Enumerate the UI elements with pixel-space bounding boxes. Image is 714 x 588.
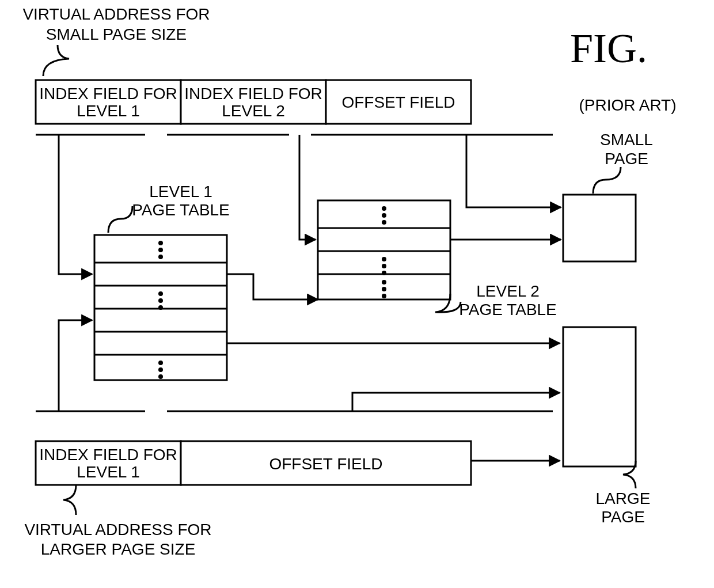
large-page-box (563, 327, 636, 466)
large-addr-offset-label: OFFSET FIELD (269, 455, 382, 473)
svg-point-20 (382, 213, 386, 218)
l2-label-line1: LEVEL 2 (476, 282, 539, 300)
arrow-largeoffset-to-largepage (352, 393, 560, 411)
svg-point-22 (382, 257, 386, 261)
arrow-l2index-to-l2table (299, 135, 316, 240)
arrow-l1index-to-l1table (59, 135, 92, 274)
svg-point-24 (382, 271, 386, 275)
bottom-title-line2: LARGER PAGE SIZE (41, 540, 196, 558)
fig-label: FIG. (570, 25, 647, 71)
small-addr-l1-line2: LEVEL 1 (77, 102, 139, 120)
top-title-line1: VIRTUAL ADDRESS FOR (22, 5, 210, 23)
bottom-title-line1: VIRTUAL ADDRESS FOR (24, 521, 211, 538)
small-addr-l2-line2: LEVEL 2 (222, 102, 284, 120)
large-page-line2: PAGE (601, 508, 645, 526)
l1-bracket (108, 206, 132, 233)
l1-label-line1: LEVEL 1 (149, 183, 212, 200)
svg-point-21 (382, 220, 386, 225)
bottom-title-bracket (63, 485, 76, 515)
svg-point-14 (158, 374, 163, 379)
svg-point-10 (158, 298, 163, 303)
svg-point-26 (382, 287, 386, 291)
svg-point-23 (382, 264, 386, 268)
svg-point-12 (158, 361, 163, 365)
svg-point-13 (158, 367, 163, 372)
small-page-line1: SMALL (600, 131, 653, 149)
svg-point-27 (382, 294, 386, 298)
small-page-box (563, 195, 636, 261)
top-title-bracket (43, 45, 69, 76)
large-addr-l1-line1: INDEX FIELD FOR (39, 446, 177, 464)
prior-art-label: (PRIOR ART) (579, 96, 676, 114)
small-addr-l1-line1: INDEX FIELD FOR (39, 85, 177, 103)
svg-point-9 (158, 291, 163, 296)
svg-point-7 (158, 248, 163, 252)
l2-label-line2: PAGE TABLE (459, 301, 557, 318)
arrow-offset-to-smallpage (466, 135, 561, 207)
large-page-line1: LARGE (596, 490, 651, 507)
arrow-l1-to-l2 (227, 274, 318, 299)
level2-page-table (318, 200, 450, 299)
small-page-bracket (593, 167, 621, 194)
svg-point-25 (382, 280, 386, 284)
svg-point-8 (158, 255, 163, 259)
large-addr-l1-line2: LEVEL 1 (77, 463, 139, 481)
svg-point-6 (158, 241, 163, 245)
small-page-line2: PAGE (605, 150, 648, 168)
small-addr-offset-label: OFFSET FIELD (341, 93, 455, 111)
l1-label-line2: PAGE TABLE (132, 201, 230, 219)
arrow-largeindex-to-l1table (59, 320, 92, 411)
small-addr-l2-line1: INDEX FIELD FOR (184, 85, 322, 103)
svg-point-19 (382, 206, 386, 211)
level1-page-table (94, 235, 227, 380)
svg-point-11 (158, 305, 163, 310)
top-title-line2: SMALL PAGE SIZE (46, 25, 187, 43)
